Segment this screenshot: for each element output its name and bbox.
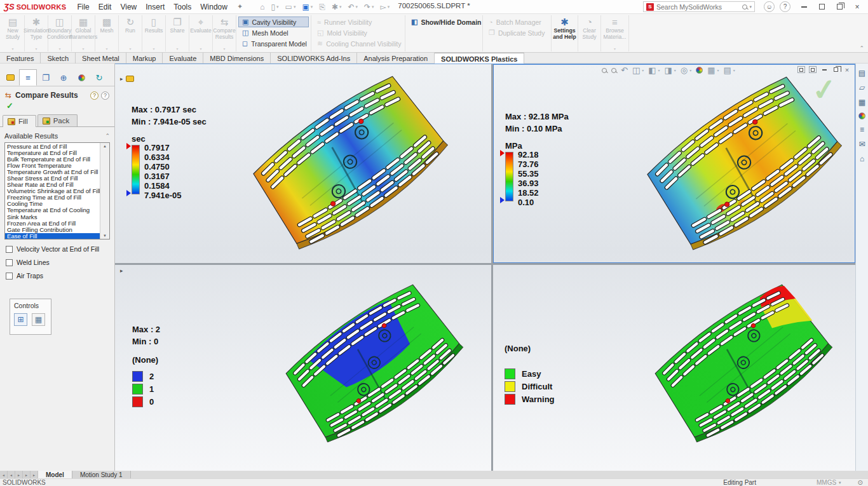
units-caret-icon[interactable]: ▾ bbox=[839, 480, 841, 485]
tab-evaluate[interactable]: Evaluate bbox=[163, 53, 203, 64]
ok-check-icon[interactable]: ✓ bbox=[0, 101, 114, 113]
vertical-splitter[interactable] bbox=[491, 64, 493, 471]
list-item[interactable]: Temperature at End of Cooling bbox=[5, 207, 100, 213]
run-button[interactable]: ↻Run▾ bbox=[119, 15, 142, 51]
air-traps-checkbox[interactable] bbox=[6, 273, 13, 280]
appearances-scenes-icon[interactable] bbox=[858, 112, 865, 119]
menu-window[interactable]: Window bbox=[200, 3, 227, 11]
redo-icon[interactable]: ↷▾ bbox=[364, 3, 374, 11]
hide-show-items-icon[interactable]: ◎ bbox=[681, 65, 688, 75]
save-image-button[interactable]: ▦ bbox=[32, 313, 45, 326]
list-item[interactable]: Shear Stress at End of Fill bbox=[5, 175, 100, 182]
child-restore-button[interactable] bbox=[832, 66, 839, 73]
menu-view[interactable]: View bbox=[120, 3, 137, 11]
weld-lines-checkbox[interactable] bbox=[6, 259, 13, 266]
tile-windows-button[interactable] bbox=[815, 2, 829, 12]
search-caret-icon[interactable]: ▾ bbox=[749, 4, 752, 10]
design-library-icon[interactable]: ▤ bbox=[858, 69, 865, 78]
first-tab-icon[interactable]: ◂ bbox=[0, 471, 8, 478]
restore-button[interactable] bbox=[832, 2, 846, 12]
tree-expand-icon[interactable]: ▸ bbox=[120, 267, 123, 274]
results-listbox[interactable]: Pressure at End of Fill Temperature at E… bbox=[4, 142, 110, 240]
search-box[interactable]: S ▾ bbox=[643, 1, 755, 12]
clear-study-button[interactable]: ◔Clear Study bbox=[578, 15, 601, 51]
boundary-conditions-button[interactable]: ◫Boundary Conditions▾ bbox=[48, 15, 72, 51]
sync-views-button[interactable]: ⊞ bbox=[14, 313, 27, 326]
zoom-to-fit-icon[interactable] bbox=[602, 68, 607, 73]
open-document-icon[interactable]: ▭▾ bbox=[285, 3, 296, 11]
velocity-vector-checkbox[interactable] bbox=[6, 246, 13, 253]
pack-tab[interactable]: Pack bbox=[37, 114, 78, 126]
list-scrollbar[interactable]: ▲ ▼ bbox=[100, 143, 109, 239]
options-gear-icon[interactable]: ✱▾ bbox=[332, 3, 342, 11]
confirmation-check-icon[interactable]: ✓ bbox=[811, 71, 839, 108]
custom-properties-icon[interactable]: ≡ bbox=[860, 125, 864, 134]
close-button[interactable]: × bbox=[850, 2, 864, 12]
list-item[interactable]: Temperature at End of Fill bbox=[5, 150, 100, 156]
minimize-button[interactable] bbox=[797, 2, 811, 12]
attach-icon[interactable]: ⎘ bbox=[319, 3, 325, 11]
scroll-down-icon[interactable]: ▼ bbox=[103, 234, 107, 238]
forum-icon[interactable]: ✉ bbox=[858, 140, 865, 149]
user-account-icon[interactable]: ☺ bbox=[764, 1, 775, 12]
list-item-selected[interactable]: Ease of Fill bbox=[5, 233, 100, 240]
results-button[interactable]: ▯Results▾ bbox=[142, 15, 166, 51]
select-pointer-icon[interactable]: ▻▾ bbox=[381, 3, 390, 11]
motion-study-tab[interactable]: Motion Study 1 bbox=[72, 471, 131, 478]
air-traps-checkbox-row[interactable]: Air Traps bbox=[6, 272, 110, 280]
search-icon[interactable] bbox=[742, 4, 747, 10]
horizontal-splitter[interactable] bbox=[115, 263, 855, 265]
viewport-single-button[interactable] bbox=[809, 66, 817, 73]
list-item[interactable]: Flow Front Temperature bbox=[5, 163, 100, 169]
dimxpertmanager-tab[interactable]: ⊕ bbox=[55, 69, 72, 86]
last-tab-icon[interactable]: ▸ bbox=[23, 471, 31, 478]
weld-lines-checkbox-row[interactable]: Weld Lines bbox=[6, 259, 110, 266]
edit-appearance-icon[interactable] bbox=[696, 67, 703, 74]
file-explorer-icon[interactable]: ▱ bbox=[859, 83, 865, 92]
fill-tab[interactable]: Fill bbox=[3, 115, 36, 127]
propertymanager-tab[interactable]: ≡ bbox=[19, 69, 37, 86]
graphics-area[interactable]: ▸ Max : 0.7917 sec Min : 7.941e-05 sec s… bbox=[115, 64, 855, 471]
simulation-type-button[interactable]: ✱Simulation Type▾ bbox=[25, 15, 48, 51]
help-icon[interactable]: ? bbox=[780, 1, 790, 12]
viewport-layout-button[interactable] bbox=[797, 66, 805, 73]
list-item[interactable]: Gate Filling Contribution bbox=[5, 227, 100, 233]
list-item[interactable]: Shear Rate at End of Fill bbox=[5, 182, 100, 188]
view-orientation-icon[interactable]: ◧ bbox=[648, 65, 656, 75]
global-parameters-button[interactable]: ▦Global Parameters▾ bbox=[72, 15, 95, 51]
transparent-model-toggle[interactable]: ◻Transparent Model bbox=[238, 38, 309, 49]
list-item[interactable]: Frozen Area at End of Fill bbox=[5, 220, 100, 227]
list-item[interactable]: Bulk Temperature at End of Fill bbox=[5, 156, 100, 163]
tab-sheet-metal[interactable]: Sheet Metal bbox=[76, 53, 126, 64]
menu-file[interactable]: File bbox=[77, 3, 89, 11]
compare-results-button[interactable]: ⇆Compare Results▾ bbox=[213, 15, 236, 51]
viewport-pressure[interactable]: ↶ ◫▾ ◧▾ ◨▾ ◎▾ ▦▾ ▤▾ × ✓ Max : 92.18 MPa … bbox=[493, 64, 855, 263]
browse-materials-button[interactable]: ≡Browse Materia...▾ bbox=[601, 15, 629, 51]
new-motion-study-icon[interactable]: ▸ bbox=[31, 471, 38, 478]
child-close-button[interactable]: × bbox=[843, 66, 851, 73]
child-minimize-button[interactable] bbox=[820, 66, 828, 73]
tab-sketch[interactable]: Sketch bbox=[41, 53, 76, 64]
whats-new-icon[interactable]: ? bbox=[90, 91, 98, 100]
list-item[interactable]: Cooling Time bbox=[5, 201, 100, 207]
model-cavities[interactable] bbox=[240, 267, 491, 461]
save-icon[interactable]: ▣▾ bbox=[302, 3, 313, 11]
list-item[interactable]: Sink Marks bbox=[5, 214, 100, 220]
share-button[interactable]: ❐Share▾ bbox=[166, 15, 189, 51]
velocity-vector-checkbox-row[interactable]: Velocity Vector at End of Fill bbox=[6, 245, 110, 253]
scroll-up-icon[interactable]: ▲ bbox=[103, 144, 107, 148]
collapse-ribbon-icon[interactable]: ⌃ bbox=[859, 45, 864, 51]
model-tab[interactable]: Model bbox=[38, 471, 72, 478]
previous-view-icon[interactable]: ↶ bbox=[621, 65, 628, 75]
settings-and-help-button[interactable]: ✱Settings and Help bbox=[552, 15, 578, 51]
evaluate-button[interactable]: ⌖Evaluate▾ bbox=[189, 15, 213, 51]
menu-edit[interactable]: Edit bbox=[98, 3, 112, 11]
tab-markup[interactable]: Markup bbox=[126, 53, 163, 64]
tab-analysis-preparation[interactable]: Analysis Preparation bbox=[357, 53, 435, 64]
list-item[interactable]: Pressure at End of Fill bbox=[5, 144, 100, 150]
mesh-model-toggle[interactable]: ◫Mesh Model bbox=[238, 27, 309, 38]
new-study-button[interactable]: ▤New Study▾ bbox=[1, 15, 25, 51]
home-icon[interactable]: ⌂ bbox=[260, 3, 264, 11]
featuremanager-tree-tab[interactable] bbox=[1, 69, 19, 86]
model-fill-time[interactable] bbox=[209, 64, 489, 262]
